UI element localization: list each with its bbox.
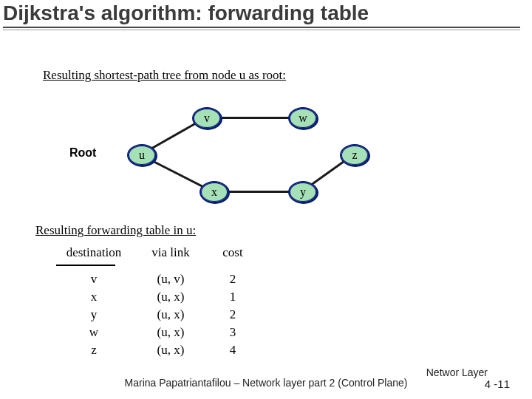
cell-link: (u, v)	[137, 272, 204, 287]
cell-dest: y	[53, 307, 134, 322]
cell-link: (u, x)	[137, 325, 204, 340]
table-row: v (u, v) 2	[53, 272, 259, 290]
cell-link: (u, x)	[137, 290, 204, 304]
node-w: w	[288, 107, 318, 129]
forwarding-table: destination via link cost v (u, v) 2 x (…	[53, 245, 259, 361]
cell-cost: 2	[207, 272, 259, 287]
header-underline	[56, 265, 115, 266]
cell-cost: 3	[207, 325, 259, 340]
node-y: y	[288, 181, 318, 203]
cell-dest: z	[53, 343, 134, 358]
slide: Dijkstra's algorithm: forwarding table R…	[0, 0, 532, 399]
table-subheading: Resulting forwarding table in u:	[35, 223, 196, 238]
cell-dest: w	[53, 325, 134, 340]
node-label: v	[204, 112, 210, 125]
cell-dest: v	[53, 272, 134, 287]
table-row: z (u, x) 4	[53, 343, 259, 361]
title-underline-thick	[3, 27, 520, 28]
table-header-row: destination via link cost	[53, 245, 259, 265]
tree-subheading: Resulting shortest-path tree from node u…	[43, 68, 286, 83]
page-title: Dijkstra's algorithm: forwarding table	[3, 1, 520, 25]
node-z: z	[340, 144, 369, 166]
cell-cost: 2	[207, 307, 259, 322]
cell-cost: 4	[207, 343, 259, 358]
title-block: Dijkstra's algorithm: forwarding table	[3, 1, 520, 30]
node-u: u	[127, 144, 157, 166]
node-label: u	[139, 149, 145, 162]
table-row: w (u, x) 3	[53, 325, 259, 343]
col-header-cost: cost	[207, 245, 259, 265]
title-underline-thin	[3, 30, 520, 30]
col-header-link: via link	[137, 245, 204, 265]
col-header-destination: destination	[53, 245, 134, 265]
root-label: Root	[69, 146, 96, 160]
footer-page-number: 4 -11	[485, 378, 510, 390]
node-label: w	[299, 112, 307, 125]
cell-cost: 1	[207, 290, 259, 304]
node-label: x	[211, 185, 217, 199]
table-row: x (u, x) 1	[53, 290, 259, 307]
footer-center-text: Marina Papatriantafilou – Network layer …	[0, 377, 532, 389]
cell-link: (u, x)	[137, 307, 204, 322]
table-row: y (u, x) 2	[53, 307, 259, 325]
node-v: v	[192, 107, 222, 129]
shortest-path-tree: u v w x y z Root	[89, 89, 369, 207]
node-label: y	[300, 185, 306, 199]
cell-dest: x	[53, 290, 134, 304]
node-x: x	[200, 181, 229, 203]
cell-link: (u, x)	[137, 343, 204, 358]
node-label: z	[352, 149, 357, 162]
